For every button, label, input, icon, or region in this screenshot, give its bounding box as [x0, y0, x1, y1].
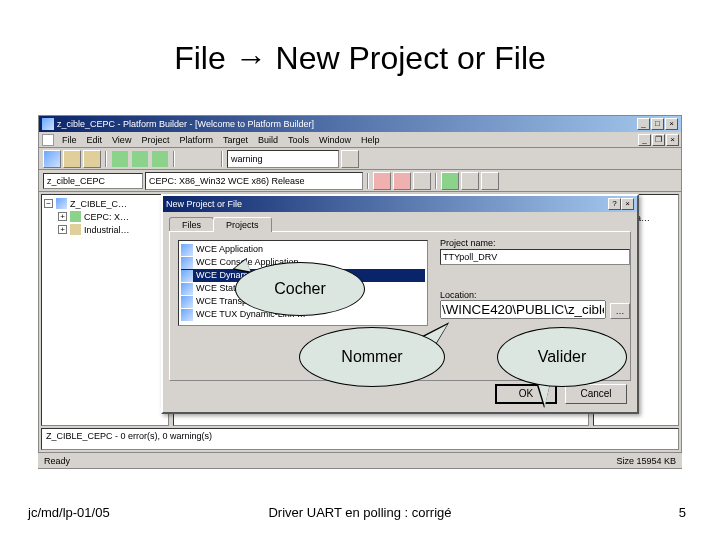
tab-projects[interactable]: Projects	[213, 217, 272, 232]
menu-view[interactable]: View	[110, 135, 133, 145]
slide-footer: jc/md/lp-01/05 Driver UART en polling : …	[0, 505, 720, 520]
callout-text: Nommer	[341, 348, 402, 366]
menu-edit[interactable]: Edit	[85, 135, 105, 145]
dialog-tabs: Files Projects	[169, 216, 631, 231]
location-group: Location: …	[440, 290, 630, 319]
tree-expand-icon[interactable]: +	[58, 212, 67, 221]
slide: File → New Project or File z_cible_CEPC …	[0, 0, 720, 540]
toolbar-sep-4	[367, 173, 369, 189]
tb-paste-icon[interactable]	[151, 150, 169, 168]
callout-valider: Valider	[497, 327, 627, 387]
project-type-icon	[181, 244, 193, 256]
tb-redo-icon[interactable]	[199, 150, 217, 168]
menubar: File Edit View Project Platform Target B…	[39, 132, 681, 148]
list-item-label: WCE Application	[196, 243, 263, 256]
tb-copy-icon[interactable]	[131, 150, 149, 168]
tb-new-icon[interactable]	[43, 150, 61, 168]
project-name-label: Project name:	[440, 238, 630, 248]
tree-collapse-icon[interactable]: −	[44, 199, 53, 208]
toolbar-sep-5	[435, 173, 437, 189]
dialog-close-button[interactable]: ×	[621, 198, 634, 210]
platform-icon	[70, 211, 81, 222]
status-left: Ready	[44, 456, 70, 466]
find-combo[interactable]: warning	[227, 150, 339, 168]
statusbar: Ready Size 15954 KB	[38, 452, 682, 468]
toolbar-sep-3	[221, 151, 223, 167]
location-label: Location:	[440, 290, 630, 300]
toolbar-2: z_cible_CEPC CEPC: X86_Win32 WCE x86) Re…	[39, 170, 681, 192]
mdi-close[interactable]: ×	[666, 134, 679, 146]
menu-build[interactable]: Build	[256, 135, 280, 145]
browse-button[interactable]: …	[610, 303, 630, 319]
dialog-titlebar: New Project or File ? ×	[163, 196, 637, 212]
project-name-input[interactable]	[440, 249, 630, 265]
tree-item-2[interactable]: Industrial…	[84, 225, 130, 235]
titlebar: z_cible_CEPC - Platform Builder - [Welco…	[39, 116, 681, 132]
project-tree[interactable]: −Z_CIBLE_C… +CEPC: X… +Industrial…	[41, 194, 169, 426]
mdi-minimize[interactable]: _	[638, 134, 651, 146]
tb-debug-icon[interactable]	[461, 172, 479, 190]
project-type-icon	[181, 283, 193, 295]
maximize-button[interactable]: □	[651, 118, 664, 130]
tb-cut-icon[interactable]	[111, 150, 129, 168]
menu-platform[interactable]: Platform	[177, 135, 215, 145]
dialog-buttons: OK Cancel	[495, 384, 627, 404]
callout-text: Cocher	[274, 280, 326, 298]
window-title: z_cible_CEPC - Platform Builder - [Welco…	[57, 119, 637, 129]
tb-open-icon[interactable]	[63, 150, 81, 168]
callout-text: Valider	[538, 348, 587, 366]
callout-cocher: Cocher	[235, 262, 365, 316]
tb-find-icon[interactable]	[341, 150, 359, 168]
project-type-icon	[181, 309, 193, 321]
tab-files[interactable]: Files	[169, 217, 214, 232]
folder-icon	[70, 224, 81, 235]
tree-expand-icon-2[interactable]: +	[58, 225, 67, 234]
slide-title: File → New Project or File	[0, 40, 720, 77]
location-input[interactable]	[440, 300, 606, 319]
cancel-button[interactable]: Cancel	[565, 384, 627, 404]
footer-center: Driver UART en polling : corrigé	[0, 505, 720, 520]
tb-run-icon[interactable]	[481, 172, 499, 190]
menu-help[interactable]: Help	[359, 135, 382, 145]
minimize-button[interactable]: _	[637, 118, 650, 130]
workspace-icon	[56, 198, 67, 209]
workspace-field[interactable]: z_cible_CEPC	[43, 173, 143, 189]
tb-download-icon[interactable]	[441, 172, 459, 190]
menu-project[interactable]: Project	[139, 135, 171, 145]
toolbar-sep	[105, 151, 107, 167]
tb-stop-icon[interactable]	[413, 172, 431, 190]
tb-rebuild-icon[interactable]	[393, 172, 411, 190]
app-window: z_cible_CEPC - Platform Builder - [Welco…	[38, 115, 682, 469]
app-icon	[42, 118, 54, 130]
tree-item-1[interactable]: CEPC: X…	[84, 212, 129, 222]
list-item: WCE Application	[181, 243, 425, 256]
project-type-icon	[181, 257, 193, 269]
toolbar-1: warning	[39, 148, 681, 170]
output-pane[interactable]: Z_CIBLE_CEPC - 0 error(s), 0 warning(s)	[41, 428, 679, 450]
menu-target[interactable]: Target	[221, 135, 250, 145]
dialog-title: New Project or File	[166, 199, 242, 209]
mdi-restore[interactable]: ❐	[652, 134, 665, 146]
config-combo[interactable]: CEPC: X86_Win32 WCE x86) Release	[145, 172, 363, 190]
menu-tools[interactable]: Tools	[286, 135, 311, 145]
dialog-help-button[interactable]: ?	[608, 198, 621, 210]
toolbar-sep-2	[173, 151, 175, 167]
close-button[interactable]: ×	[665, 118, 678, 130]
tb-build-icon[interactable]	[373, 172, 391, 190]
tb-save-icon[interactable]	[83, 150, 101, 168]
mdi-icon	[42, 134, 54, 146]
project-type-icon	[181, 270, 193, 282]
output-line: Z_CIBLE_CEPC - 0 error(s), 0 warning(s)	[46, 431, 212, 441]
tb-undo-icon[interactable]	[179, 150, 197, 168]
project-name-group: Project name:	[440, 236, 630, 265]
callout-nommer: Nommer	[299, 327, 445, 387]
project-type-icon	[181, 296, 193, 308]
menu-window[interactable]: Window	[317, 135, 353, 145]
window-controls: _ □ ×	[637, 118, 678, 130]
tree-root[interactable]: Z_CIBLE_C…	[70, 199, 127, 209]
status-right: Size 15954 KB	[616, 456, 676, 466]
menu-file[interactable]: File	[60, 135, 79, 145]
